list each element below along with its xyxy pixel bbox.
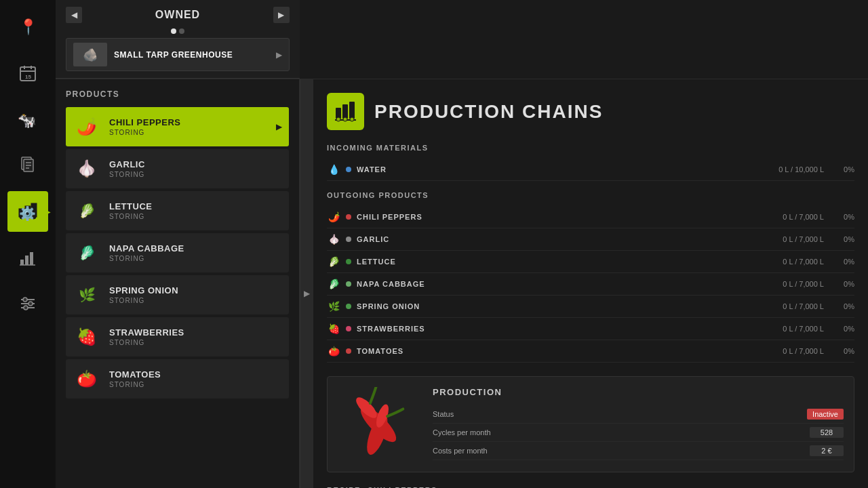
svg-text:⚙️: ⚙️ (19, 205, 36, 221)
product-item-tomatoes[interactable]: 🍅 TOMATOES STORING (66, 359, 289, 399)
incoming-title: INCOMING MATERIALS (327, 144, 854, 152)
sidebar-icon-stats[interactable] (7, 237, 48, 278)
cycles-label: Cycles per month (433, 428, 810, 436)
out-garlic-row: 🧄 GARLIC 0 L / 7,000 L 0% (327, 228, 854, 251)
out-napa-amount: 0 L / 7,000 L (783, 280, 824, 288)
lettuce-name: LETTUCE (109, 201, 282, 211)
chili-name: CHILI PEPPERS (109, 117, 276, 127)
building-item[interactable]: 🪨 SMALL TARP GREENHOUSE ▶ (66, 38, 290, 71)
costs-label: Costs per month (433, 447, 810, 455)
owned-header: ◀ OWNED ▶ (66, 7, 290, 23)
strawberries-info: STRAWBERRIES STORING (109, 327, 282, 346)
napa-icon: 🥬 (73, 239, 101, 267)
out-chili-pct: 0% (834, 213, 854, 221)
tomatoes-subtitle: STORING (109, 381, 282, 388)
production-chains-title: PRODUCTION CHAINS (374, 101, 603, 123)
status-value: Inactive (807, 409, 844, 420)
out-spring-row: 🌿 SPRING ONION 0 L / 7,000 L 0% (327, 296, 854, 318)
next-button[interactable]: ▶ (273, 7, 290, 23)
product-item-lettuce[interactable]: 🥬 LETTUCE STORING (66, 191, 289, 230)
outgoing-title: OUTGOING PRODUCTS (327, 191, 854, 199)
sidebar-icon-documents[interactable] (7, 145, 48, 186)
out-strawberries-row: 🍓 STRAWBERRIES 0 L / 7,000 L 0% (327, 318, 854, 340)
out-tomatoes-dot (346, 348, 351, 354)
out-spring-icon: 🌿 (327, 300, 340, 313)
out-chili-dot (346, 214, 351, 220)
product-item-chili[interactable]: 🌶️ CHILI PEPPERS STORING ▶ (66, 107, 289, 146)
chili-arrow: ▶ (276, 122, 282, 131)
strawberries-name: STRAWBERRIES (109, 327, 282, 338)
strawberries-icon: 🍓 (73, 323, 101, 351)
product-list: 🌶️ CHILI PEPPERS STORING ▶ 🧄 GARLIC STOR… (66, 107, 289, 399)
sidebar-icon-calendar[interactable]: 15 (7, 53, 48, 94)
production-title: PRODUCTION (433, 387, 844, 397)
out-napa-name: NAPA CABBAGE (357, 280, 783, 288)
product-item-napa[interactable]: 🥬 NAPA CABBAGE STORING (66, 233, 289, 272)
napa-subtitle: STORING (109, 255, 282, 262)
water-row: 💧 WATER 0 L / 10,000 L 0% (327, 159, 854, 181)
out-lettuce-name: LETTUCE (357, 258, 783, 266)
water-dot (346, 167, 351, 172)
costs-row: Costs per month 2 € (433, 442, 844, 460)
out-spring-amount: 0 L / 7,000 L (783, 302, 824, 310)
garlic-info: GARLIC STORING (109, 159, 282, 178)
svg-text:🐄: 🐄 (18, 111, 37, 128)
dot-1 (171, 28, 176, 34)
tomatoes-name: TOMATOES (109, 369, 282, 380)
out-strawberries-name: STRAWBERRIES (357, 325, 783, 333)
water-icon: 💧 (327, 163, 340, 176)
svg-point-33 (343, 117, 347, 121)
products-title: PRODUCTS (66, 89, 289, 99)
products-section: PRODUCTS 🌶️ CHILI PEPPERS STORING ▶ 🧄 (56, 79, 299, 488)
svg-rect-29 (342, 104, 348, 119)
lettuce-info: LETTUCE STORING (109, 201, 282, 220)
pagination (66, 28, 290, 34)
sidebar-icon-animals[interactable]: 🐄 (7, 99, 48, 140)
out-napa-icon: 🥬 (327, 277, 340, 291)
chili-icon: 🌶️ (73, 113, 101, 141)
out-spring-name: SPRING ONION (357, 302, 783, 310)
out-spring-dot (346, 304, 351, 309)
status-label: Status (433, 410, 807, 418)
napa-info: NAPA CABBAGE STORING (109, 243, 282, 262)
spring-onion-icon: 🌿 (73, 281, 101, 309)
sidebar-icon-map[interactable]: 📍 (7, 7, 48, 47)
middle-row: PRODUCTS 🌶️ CHILI PEPPERS STORING ▶ 🧄 (56, 79, 868, 488)
production-box: PRODUCTION Status Inactive Cycles per mo… (327, 376, 854, 472)
out-chili-icon: 🌶️ (327, 210, 340, 224)
out-tomatoes-pct: 0% (834, 347, 854, 355)
svg-rect-30 (349, 102, 355, 119)
out-garlic-amount: 0 L / 7,000 L (783, 235, 824, 243)
out-tomatoes-icon: 🍅 (327, 344, 340, 358)
tomatoes-icon: 🍅 (73, 365, 101, 393)
sidebar-icon-production[interactable]: ⚙️ (7, 191, 48, 232)
svg-rect-20 (30, 252, 33, 265)
spring-onion-subtitle: STORING (109, 297, 282, 304)
product-item-strawberries[interactable]: 🍓 STRAWBERRIES STORING (66, 317, 289, 357)
building-name: SMALL TARP GREENHOUSE (114, 50, 276, 60)
svg-text:15: 15 (25, 74, 31, 80)
prev-button[interactable]: ◀ (66, 7, 82, 23)
out-tomatoes-amount: 0 L / 7,000 L (783, 347, 824, 355)
product-item-garlic[interactable]: 🧄 GARLIC STORING (66, 149, 289, 188)
water-pct: 0% (834, 165, 854, 174)
sidebar-icon-settings[interactable] (7, 283, 48, 324)
svg-point-26 (28, 302, 33, 306)
out-lettuce-row: 🥬 LETTUCE 0 L / 7,000 L 0% (327, 251, 854, 273)
out-spring-pct: 0% (834, 302, 854, 310)
panel-toggle[interactable]: ▶ (300, 79, 313, 488)
svg-point-32 (336, 117, 340, 121)
garlic-subtitle: STORING (109, 171, 282, 178)
out-strawberries-amount: 0 L / 7,000 L (783, 325, 824, 333)
out-napa-row: 🥬 NAPA CABBAGE 0 L / 7,000 L 0% (327, 273, 854, 296)
out-tomatoes-name: TOMATOES (357, 347, 783, 355)
cycles-row: Cycles per month 528 (433, 424, 844, 442)
svg-point-25 (23, 298, 27, 302)
out-chili-row: 🌶️ CHILI PEPPERS 0 L / 7,000 L 0% (327, 206, 854, 228)
lettuce-icon: 🥬 (73, 197, 101, 225)
svg-point-27 (24, 306, 28, 310)
product-item-spring-onion[interactable]: 🌿 SPRING ONION STORING (66, 275, 289, 314)
out-strawberries-icon: 🍓 (327, 322, 340, 336)
spring-onion-name: SPRING ONION (109, 285, 282, 296)
dot-2 (179, 28, 184, 34)
